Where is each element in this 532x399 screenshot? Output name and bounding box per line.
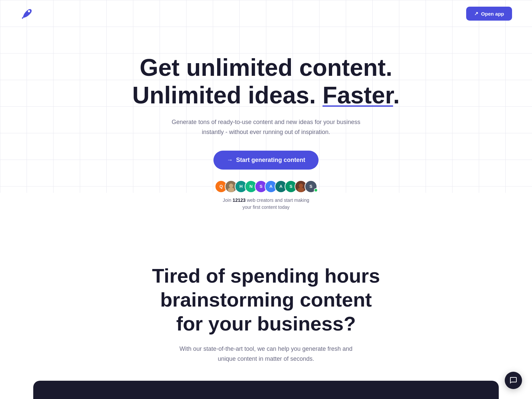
hero-title-line1: Get unlimited content. bbox=[140, 54, 392, 81]
cta-button[interactable]: → Start generating content bbox=[213, 151, 319, 170]
blog-card-title: Blog Titles bbox=[243, 397, 304, 399]
navbar: ↗ Open app bbox=[0, 0, 532, 27]
avatar-row: Q H N S A A S S bbox=[13, 180, 519, 193]
hero-title-prefix: Unlimited ideas. bbox=[132, 82, 323, 108]
svg-point-0 bbox=[28, 10, 30, 12]
second-section: Tired of spending hours brainstorming co… bbox=[0, 231, 532, 399]
second-subtitle: With our state-of-the-art tool, we can h… bbox=[175, 344, 357, 364]
logo bbox=[20, 7, 33, 20]
join-prefix: Join bbox=[223, 198, 233, 203]
chat-support-button[interactable] bbox=[505, 372, 522, 389]
hero-title: Get unlimited content. Unlimited ideas. … bbox=[13, 54, 519, 109]
hero-subtitle-line2: instantly - without ever running out of … bbox=[202, 129, 330, 135]
logo-icon bbox=[20, 7, 33, 20]
join-text: Join 12123 web creators and start making… bbox=[13, 197, 519, 211]
join-line2: your first content today bbox=[242, 204, 290, 210]
hero-section: Get unlimited content. Unlimited ideas. … bbox=[0, 27, 532, 231]
hero-title-highlight: Faster bbox=[323, 82, 393, 108]
hero-subtitle: Generate tons of ready-to-use content an… bbox=[166, 117, 366, 137]
avatar-10-container: S bbox=[305, 180, 317, 193]
external-link-icon: ↗ bbox=[474, 11, 478, 17]
join-middle: web creators bbox=[246, 198, 274, 203]
hero-subtitle-line1: Generate tons of ready-to-use content an… bbox=[172, 119, 360, 125]
online-indicator bbox=[314, 188, 318, 192]
svg-point-6 bbox=[298, 187, 304, 192]
join-suffix: and start making bbox=[274, 198, 309, 203]
join-count: 12123 bbox=[233, 198, 246, 203]
open-app-label: Open app bbox=[481, 11, 504, 17]
svg-point-5 bbox=[299, 184, 303, 188]
arrow-icon: → bbox=[227, 157, 233, 164]
second-title: Tired of spending hours brainstorming co… bbox=[150, 264, 382, 336]
open-app-button[interactable]: ↗ Open app bbox=[466, 7, 512, 21]
blog-card: 🪧 Blog Titles Headlines designed to meet… bbox=[33, 381, 499, 399]
hero-title-suffix: . bbox=[393, 82, 400, 108]
blog-card-header: 🪧 Blog Titles bbox=[53, 397, 479, 399]
cta-label: Start generating content bbox=[236, 157, 305, 164]
chat-icon bbox=[509, 376, 517, 384]
svg-point-2 bbox=[229, 184, 233, 188]
svg-point-3 bbox=[228, 187, 234, 192]
